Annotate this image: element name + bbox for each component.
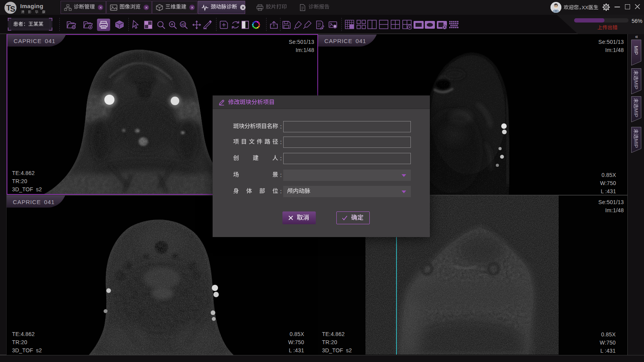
svg-text:MIP: MIP [633,46,639,55]
svg-text:x2: x2 [181,23,185,26]
svg-text:S: S [10,5,15,13]
svg-text:MIP: MIP [633,80,639,89]
svg-text:MIP: MIP [633,108,639,117]
svg-text:XX: XX [582,5,589,10]
svg-text:MIP: MIP [633,139,639,148]
